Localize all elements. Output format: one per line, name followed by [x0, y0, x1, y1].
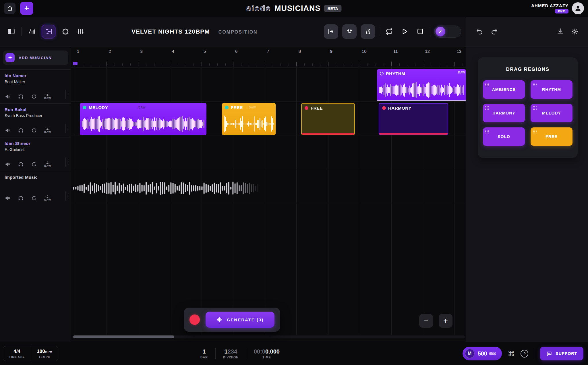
region-status-dot [83, 106, 86, 109]
play-icon[interactable] [399, 26, 410, 37]
musician-row[interactable]: Imported MusicDAW [0, 171, 71, 205]
zoom-in-icon[interactable]: + [439, 314, 452, 328]
ruler-bar-number[interactable]: 13 [457, 49, 461, 54]
daw-drag-control[interactable]: DAW [44, 161, 51, 167]
download-icon[interactable] [557, 28, 564, 35]
mixer-icon[interactable] [76, 27, 85, 36]
headphones-icon[interactable] [18, 127, 24, 133]
credits-pill[interactable]: M 500 /500 [463, 347, 502, 360]
bar-readout: 1 BAR [200, 348, 208, 359]
follow-playhead-icon[interactable] [324, 24, 338, 39]
headphones-icon[interactable] [18, 195, 24, 201]
home-button[interactable] [4, 3, 16, 14]
mute-icon[interactable] [5, 195, 11, 201]
musician-drag-handle[interactable] [65, 191, 69, 201]
ruler-bar-number[interactable]: 5 [204, 49, 206, 54]
horizontal-scrollbar-thumb[interactable] [73, 335, 174, 338]
zoom-out-icon[interactable]: − [419, 314, 433, 328]
ruler-bar-number[interactable]: 8 [298, 49, 301, 54]
ruler-bar-number[interactable]: 3 [140, 49, 142, 54]
time-signature[interactable]: 4/4 TIME SIG. [3, 346, 31, 361]
sidebar-toggle-icon[interactable] [6, 27, 16, 36]
generate-button[interactable]: GENERATE (3) [206, 312, 274, 328]
musician-row[interactable]: Ron BakalSynth Bass ProducerDAW [0, 103, 71, 137]
daw-label: DAW [44, 97, 51, 100]
mute-icon[interactable] [5, 161, 11, 167]
settings-gear-icon[interactable] [571, 28, 578, 35]
daw-drag-control[interactable]: DAW [44, 94, 51, 100]
ruler-bar-number[interactable]: 2 [109, 49, 111, 54]
regenerate-icon[interactable] [31, 94, 37, 100]
ruler-bar-number[interactable]: 11 [393, 49, 398, 54]
plus-icon: + [24, 4, 29, 13]
playhead-marker[interactable] [73, 62, 78, 65]
drag-region-melody[interactable]: MELODY [531, 104, 572, 122]
user-avatar-icon[interactable] [572, 2, 584, 14]
regenerate-icon[interactable] [31, 195, 37, 201]
tempo-unit: BPM [45, 350, 52, 354]
loop-ring-icon[interactable] [61, 27, 70, 36]
drag-region-solo[interactable]: SOLO [483, 127, 525, 146]
musician-row[interactable]: Idan ShneorE. GuitaristDAW [0, 137, 71, 171]
region-free[interactable]: FREE [301, 103, 355, 135]
drag-region-rhythm[interactable]: RHYTHM [531, 80, 572, 99]
region-rhythm[interactable]: RHYTHM↓DAW [377, 69, 466, 101]
ruler-bar-number[interactable]: 7 [267, 49, 269, 54]
drag-region-ambience[interactable]: AMBIENCE [483, 80, 525, 99]
ruler-bar-number[interactable]: 1 [77, 49, 79, 54]
daw-drag-control[interactable]: DAW [44, 127, 51, 133]
region-free[interactable]: FREE↓DAW [222, 103, 276, 135]
headphones-icon[interactable] [18, 94, 24, 100]
drag-region-harmony[interactable]: HARMONY [483, 104, 525, 122]
help-icon[interactable]: ? [521, 350, 528, 358]
region-melody[interactable]: MELODY↓DAW [80, 103, 206, 135]
daw-drag-control[interactable]: DAW [44, 195, 51, 201]
timeline-ruler[interactable]: 12345678910111213 [71, 46, 466, 66]
mute-icon[interactable] [5, 127, 11, 133]
region-status-dot [225, 106, 229, 109]
musician-drag-handle[interactable] [65, 90, 69, 99]
transport-controls [324, 24, 461, 39]
fade-tool-icon[interactable] [27, 27, 36, 36]
magnet-snap-icon[interactable] [342, 24, 357, 39]
ruler-bar-number[interactable]: 9 [330, 49, 332, 54]
command-icon[interactable]: ⌘ [508, 350, 515, 357]
regenerate-icon[interactable] [31, 161, 37, 167]
new-project-button[interactable]: + [20, 2, 33, 15]
draw-mode-toggle[interactable] [434, 26, 461, 38]
musician-drag-handle[interactable] [65, 157, 69, 167]
record-icon[interactable] [189, 314, 200, 325]
support-label: SUPPORT [556, 351, 577, 356]
user-menu[interactable]: AHMED AZZAZY PRO [531, 2, 584, 14]
musician-drag-handle[interactable] [65, 123, 69, 133]
metronome-icon[interactable] [361, 24, 375, 39]
redo-icon[interactable] [491, 28, 498, 35]
ruler-bar-number[interactable]: 12 [425, 49, 430, 54]
drag-region-free[interactable]: FREE [531, 127, 572, 146]
stop-icon[interactable] [414, 26, 426, 37]
loop-icon[interactable] [383, 26, 395, 37]
mute-icon[interactable] [5, 94, 11, 100]
ruler-bar-number[interactable]: 10 [362, 49, 367, 54]
region-bottom-strip [302, 133, 354, 135]
drag-dots-icon [45, 127, 50, 130]
project-title: VELVET NIGHTS 120BPM [131, 28, 210, 35]
ruler-bar-number[interactable]: 4 [172, 49, 174, 54]
support-button[interactable]: SUPPORT [540, 347, 583, 360]
tempo[interactable]: 100BPM TEMPO [31, 346, 58, 361]
ruler-bar-number[interactable]: 6 [235, 49, 237, 54]
region-bottom-strip [379, 133, 448, 135]
drag-grip-icon [533, 106, 537, 110]
region-daw-tag: ↓DAW [247, 106, 256, 109]
musician-row[interactable]: Ido NamerBeat MakerDAW [0, 69, 71, 103]
home-icon [7, 5, 13, 11]
bar-value: 1 [202, 348, 206, 355]
headphones-icon[interactable] [18, 161, 24, 167]
add-musician-button[interactable]: + ADD MUSICIAN [3, 51, 68, 65]
daw-label: DAW [44, 164, 51, 167]
undo-icon[interactable] [476, 28, 483, 35]
arrangement-area[interactable]: 12345678910111213 RHYTHM↓DAWMELODY↓DAWFR… [71, 46, 466, 342]
region-harmony[interactable]: HARMONY [379, 103, 448, 135]
regenerate-icon[interactable] [31, 127, 37, 133]
piano-roll-icon[interactable] [42, 25, 55, 38]
